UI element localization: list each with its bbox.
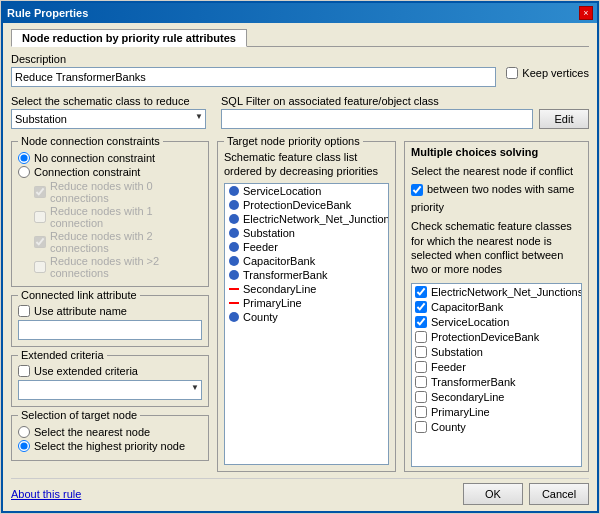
conflict-checkbox-1[interactable] <box>415 301 427 313</box>
list-item[interactable]: CapacitorBank <box>225 254 388 268</box>
list-item[interactable]: Substation <box>225 226 388 240</box>
list-item[interactable]: ElectricNetwork_Net_Junctions <box>225 212 388 226</box>
list-item[interactable]: TransformerBank <box>225 268 388 282</box>
feature-class-list-label: Schematic feature class list ordered by … <box>224 150 389 179</box>
conflict-item: Feeder <box>412 360 581 374</box>
sql-filter-label: SQL Filter on associated feature/object … <box>221 95 589 107</box>
conflict-checkbox-5[interactable] <box>415 361 427 373</box>
window-title: Rule Properties <box>7 7 88 19</box>
conflict-item: TransformerBank <box>412 375 581 389</box>
conflict-checkbox-3[interactable] <box>415 331 427 343</box>
feature-class-list: ServiceLocation ProtectionDeviceBank Ele… <box>224 183 389 465</box>
ok-button[interactable]: OK <box>463 483 523 505</box>
bottom-bar: About this rule OK Cancel <box>11 478 589 505</box>
blue-dot-icon <box>229 312 239 322</box>
nearest-node-label: Select the nearest node <box>34 426 150 438</box>
multiple-choices-title: Multiple choices solving <box>411 146 582 158</box>
blue-dot-icon <box>229 200 239 210</box>
target-node-options-label: Target node priority options <box>224 135 363 147</box>
tab-bar: Node reduction by priority rule attribut… <box>11 29 589 47</box>
close-button[interactable]: × <box>579 6 593 20</box>
description-input[interactable] <box>11 67 496 87</box>
list-item[interactable]: County <box>225 310 388 324</box>
conflict-checkbox-4[interactable] <box>415 346 427 358</box>
red-line-icon <box>229 298 239 308</box>
list-item[interactable]: PrimaryLine <box>225 296 388 310</box>
conn-gt2-checkbox[interactable] <box>34 261 46 273</box>
check-desc: Check schematic feature classes for whic… <box>411 219 582 276</box>
list-item[interactable]: ServiceLocation <box>225 184 388 198</box>
no-constraint-label: No connection constraint <box>34 152 155 164</box>
conn-0-checkbox[interactable] <box>34 186 46 198</box>
conflict-item: CapacitorBank <box>412 300 581 314</box>
blue-dot-icon <box>229 270 239 280</box>
attribute-name-input[interactable] <box>18 320 202 340</box>
list-item[interactable]: SecondaryLine <box>225 282 388 296</box>
no-constraint-radio[interactable] <box>18 152 30 164</box>
about-rule-link[interactable]: About this rule <box>11 488 81 500</box>
nearest-conflict-checkbox[interactable] <box>411 184 423 196</box>
keep-vertices-label: Keep vertices <box>522 67 589 79</box>
nearest-conflict-label: between two nodes with same <box>427 183 574 196</box>
title-bar: Rule Properties × <box>3 3 597 23</box>
list-item[interactable]: Feeder <box>225 240 388 254</box>
connected-link-label: Connected link attribute <box>18 289 140 301</box>
highest-priority-label: Select the highest priority node <box>34 440 185 452</box>
blue-dot-icon <box>229 228 239 238</box>
blue-dot-icon <box>229 186 239 196</box>
select-nearest-desc1: Select the nearest node if conflict <box>411 164 582 178</box>
connection-constraint-radio[interactable] <box>18 166 30 178</box>
rule-properties-window: Rule Properties × Node reduction by prio… <box>1 1 599 513</box>
extended-criteria-select[interactable] <box>18 380 202 400</box>
conflict-checkbox-6[interactable] <box>415 376 427 388</box>
red-line-icon <box>229 284 239 294</box>
conflict-item: PrimaryLine <box>412 405 581 419</box>
conflict-item: ProtectionDeviceBank <box>412 330 581 344</box>
conn-gt2-label: Reduce nodes with >2 connections <box>50 255 202 279</box>
conn-2-checkbox[interactable] <box>34 236 46 248</box>
conflict-item: County <box>412 420 581 434</box>
blue-dot-icon <box>229 256 239 266</box>
conn-1-checkbox[interactable] <box>34 211 46 223</box>
conflict-checkbox-7[interactable] <box>415 391 427 403</box>
use-extended-label: Use extended criteria <box>34 365 138 377</box>
nearest-node-radio[interactable] <box>18 426 30 438</box>
list-item[interactable]: ProtectionDeviceBank <box>225 198 388 212</box>
node-connection-label: Node connection constraints <box>18 135 163 147</box>
cancel-button[interactable]: Cancel <box>529 483 589 505</box>
priority-text: priority <box>411 201 582 213</box>
description-label: Description <box>11 53 496 65</box>
use-attribute-checkbox[interactable] <box>18 305 30 317</box>
schematic-class-label: Select the schematic class to reduce <box>11 95 211 107</box>
conn-0-label: Reduce nodes with 0 connections <box>50 180 202 204</box>
selection-target-label: Selection of target node <box>18 409 140 421</box>
edit-button[interactable]: Edit <box>539 109 589 129</box>
tab-node-reduction[interactable]: Node reduction by priority rule attribut… <box>11 29 247 47</box>
keep-vertices-checkbox[interactable] <box>506 67 518 79</box>
conflict-list: ElectricNetwork_Net_Junctions CapacitorB… <box>411 283 582 467</box>
conflict-checkbox-0[interactable] <box>415 286 427 298</box>
conflict-item: ServiceLocation <box>412 315 581 329</box>
conflict-item: Substation <box>412 345 581 359</box>
highest-priority-radio[interactable] <box>18 440 30 452</box>
conflict-item: ElectricNetwork_Net_Junctions <box>412 285 581 299</box>
conflict-checkbox-8[interactable] <box>415 406 427 418</box>
conflict-item: SecondaryLine <box>412 390 581 404</box>
blue-dot-icon <box>229 242 239 252</box>
use-extended-checkbox[interactable] <box>18 365 30 377</box>
conflict-checkbox-2[interactable] <box>415 316 427 328</box>
conn-2-label: Reduce nodes with 2 connections <box>50 230 202 254</box>
extended-criteria-label: Extended criteria <box>18 349 107 361</box>
sql-filter-input[interactable] <box>221 109 533 129</box>
conn-1-label: Reduce nodes with 1 connection <box>50 205 202 229</box>
use-attribute-label: Use attribute name <box>34 305 127 317</box>
conflict-checkbox-9[interactable] <box>415 421 427 433</box>
connection-constraint-label: Connection constraint <box>34 166 140 178</box>
blue-dot-icon <box>229 214 239 224</box>
schematic-class-select[interactable]: Substation <box>11 109 206 129</box>
